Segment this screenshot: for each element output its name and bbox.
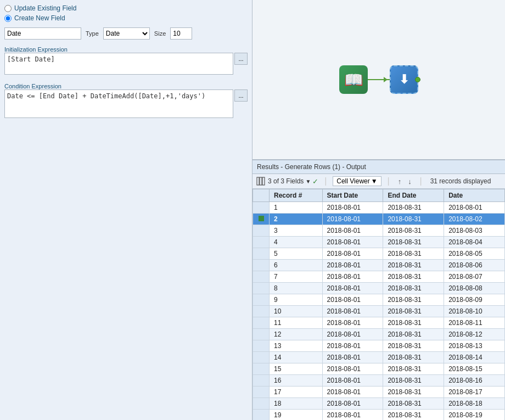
col-header-end-date[interactable]: End Date: [383, 189, 444, 202]
connector-line: [368, 79, 390, 80]
cell-record: 12: [270, 329, 323, 340]
columns-icon[interactable]: [256, 176, 266, 186]
separator2: |: [384, 176, 394, 186]
cell-viewer-button[interactable]: Cell Viewer ▼: [333, 176, 381, 186]
source-node[interactable]: 📖: [339, 65, 368, 94]
table-row[interactable]: 4 2018-08-01 2018-08-31 2018-08-04: [253, 237, 505, 248]
cell-end-date: 2018-08-31: [383, 363, 444, 375]
init-expr-area: [Start Date] ...: [4, 53, 248, 76]
cell-record: 14: [270, 352, 323, 363]
size-input[interactable]: [170, 27, 192, 40]
row-indicator: [253, 283, 270, 294]
init-expr-section: Initialization Expression [Start Date] .…: [4, 43, 248, 76]
init-expr-label: Initialization Expression: [4, 46, 248, 53]
col-header-date[interactable]: Date: [444, 189, 505, 202]
cell-start-date: 2018-08-01: [322, 202, 383, 214]
table-row[interactable]: 16 2018-08-01 2018-08-31 2018-08-16: [253, 375, 505, 387]
cell-date: 2018-08-16: [444, 375, 505, 387]
cond-expr-textarea[interactable]: Date <= [End Date] + DateTimeAdd([Date],…: [4, 89, 233, 118]
col-header-record[interactable]: Record #: [270, 189, 323, 202]
cell-start-date: 2018-08-01: [322, 214, 383, 225]
row-indicator: [253, 202, 270, 214]
cell-end-date: 2018-08-31: [383, 283, 444, 294]
table-row[interactable]: 12 2018-08-01 2018-08-31 2018-08-12: [253, 329, 505, 340]
book-icon: 📖: [344, 71, 363, 89]
cell-end-date: 2018-08-31: [383, 294, 444, 306]
sort-asc-button[interactable]: ↑: [396, 177, 404, 186]
cell-record: 19: [270, 410, 323, 421]
col-header-start-date[interactable]: Start Date: [322, 189, 383, 202]
cell-start-date: 2018-08-01: [322, 271, 383, 283]
fields-dropdown-arrow[interactable]: ▼: [305, 178, 311, 184]
table-row[interactable]: 11 2018-08-01 2018-08-31 2018-08-11: [253, 317, 505, 329]
results-header: Results - Generate Rows (1) - Output: [252, 160, 505, 174]
cell-record: 11: [270, 317, 323, 329]
row-indicator: [253, 294, 270, 306]
cell-end-date: 2018-08-31: [383, 260, 444, 271]
table-row[interactable]: 15 2018-08-01 2018-08-31 2018-08-15: [253, 363, 505, 375]
svg-rect-2: [262, 177, 265, 185]
table-row[interactable]: 14 2018-08-01 2018-08-31 2018-08-14: [253, 352, 505, 363]
cell-end-date: 2018-08-31: [383, 375, 444, 387]
data-table-wrapper[interactable]: Record # Start Date End Date Date 1 2018…: [252, 189, 505, 420]
row-indicator: [253, 398, 270, 410]
create-new-radio[interactable]: Create New Field: [4, 14, 248, 22]
generate-rows-node[interactable]: ⬇: [390, 65, 418, 94]
cell-end-date: 2018-08-31: [383, 214, 444, 225]
table-row[interactable]: 1 2018-08-01 2018-08-31 2018-08-01: [253, 202, 505, 214]
table-row[interactable]: 5 2018-08-01 2018-08-31 2018-08-05: [253, 248, 505, 260]
init-expr-button[interactable]: ...: [234, 53, 248, 65]
cell-start-date: 2018-08-01: [322, 410, 383, 421]
table-row[interactable]: 3 2018-08-01 2018-08-31 2018-08-03: [253, 225, 505, 237]
table-row[interactable]: 9 2018-08-01 2018-08-31 2018-08-09: [253, 294, 505, 306]
sort-desc-button[interactable]: ↓: [406, 177, 414, 186]
cell-viewer-label: Cell Viewer: [336, 177, 369, 185]
svg-rect-0: [257, 177, 259, 185]
table-row[interactable]: 18 2018-08-01 2018-08-31 2018-08-18: [253, 398, 505, 410]
table-row[interactable]: 7 2018-08-01 2018-08-31 2018-08-07: [253, 271, 505, 283]
table-row[interactable]: 17 2018-08-01 2018-08-31 2018-08-17: [253, 387, 505, 398]
cell-end-date: 2018-08-31: [383, 237, 444, 248]
row-indicator: [253, 329, 270, 340]
separator: |: [321, 176, 330, 186]
cell-record: 8: [270, 283, 323, 294]
cell-start-date: 2018-08-01: [322, 248, 383, 260]
init-expr-textarea[interactable]: [Start Date]: [4, 53, 233, 75]
cell-record: 15: [270, 363, 323, 375]
left-panel: Update Existing Field Create New Field T…: [0, 0, 252, 420]
cond-expr-section: Condition Expression Date <= [End Date] …: [4, 80, 248, 120]
table-row[interactable]: 13 2018-08-01 2018-08-31 2018-08-13: [253, 340, 505, 352]
cell-start-date: 2018-08-01: [322, 352, 383, 363]
row-indicator: [253, 214, 270, 225]
cell-date: 2018-08-10: [444, 306, 505, 317]
cell-record: 5: [270, 248, 323, 260]
update-existing-label: Update Existing Field: [14, 4, 76, 12]
selected-indicator: [259, 216, 264, 221]
row-indicator: [253, 410, 270, 421]
table-row[interactable]: 10 2018-08-01 2018-08-31 2018-08-10: [253, 306, 505, 317]
update-existing-radio[interactable]: Update Existing Field: [4, 4, 248, 12]
cell-date: 2018-08-05: [444, 248, 505, 260]
cell-start-date: 2018-08-01: [322, 340, 383, 352]
row-indicator: [253, 237, 270, 248]
cell-date: 2018-08-09: [444, 294, 505, 306]
cond-expr-button[interactable]: ...: [234, 89, 248, 102]
cell-record: 18: [270, 398, 323, 410]
cell-date: 2018-08-06: [444, 260, 505, 271]
field-name-input[interactable]: [4, 27, 81, 40]
table-header-row: Record # Start Date End Date Date: [253, 189, 505, 202]
cell-date: 2018-08-01: [444, 202, 505, 214]
type-label: Type: [86, 30, 99, 37]
cell-end-date: 2018-08-31: [383, 202, 444, 214]
cell-end-date: 2018-08-31: [383, 398, 444, 410]
cell-record: 17: [270, 387, 323, 398]
cell-date: 2018-08-07: [444, 271, 505, 283]
type-select[interactable]: Date String Integer Double Boolean: [103, 27, 150, 40]
table-row[interactable]: 19 2018-08-01 2018-08-31 2018-08-19: [253, 410, 505, 421]
table-row[interactable]: 8 2018-08-01 2018-08-31 2018-08-08: [253, 283, 505, 294]
table-row[interactable]: 2 2018-08-01 2018-08-31 2018-08-02: [253, 214, 505, 225]
table-row[interactable]: 6 2018-08-01 2018-08-31 2018-08-06: [253, 260, 505, 271]
cell-start-date: 2018-08-01: [322, 398, 383, 410]
cell-start-date: 2018-08-01: [322, 225, 383, 237]
cell-record: 13: [270, 340, 323, 352]
